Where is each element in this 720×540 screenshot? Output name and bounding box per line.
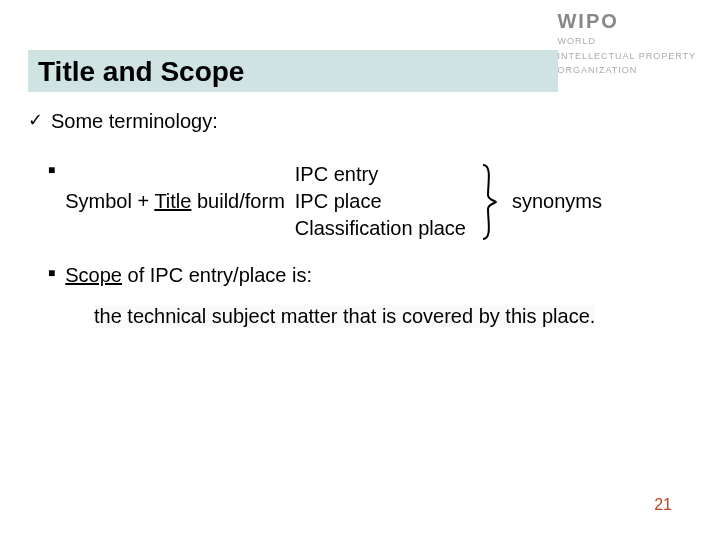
build-item-1: IPC place [295, 188, 466, 215]
square-bullet-icon: ■ [48, 264, 55, 283]
build-list: IPC entry IPC place Classification place [295, 161, 466, 242]
bullet-scope: ■ Scope of IPC entry/place is: the techn… [48, 264, 692, 328]
terminology-row: ✓ Some terminology: [28, 110, 692, 133]
page-number: 21 [654, 496, 672, 514]
scope-mid: of IPC entry/place is: [122, 264, 312, 286]
logo-sub-line1: WORLD [557, 35, 696, 48]
check-icon: ✓ [28, 110, 43, 132]
build-left: Symbol + Title build/form [65, 190, 285, 213]
build-item-2: Classification place [295, 215, 466, 242]
build-grid: Symbol + Title build/form IPC entry IPC … [65, 161, 602, 242]
synonyms-label: synonyms [512, 190, 602, 213]
logo-sub-line3: ORGANIZATION [557, 64, 696, 77]
build-title-word: Title [154, 190, 191, 212]
content: ✓ Some terminology: ■ Symbol + Title bui… [28, 110, 692, 350]
scope-word: Scope [65, 264, 122, 286]
logo-sub-line2: INTELLECTUAL PROPERTY [557, 50, 696, 63]
terminology-label: Some terminology: [51, 110, 218, 133]
scope-definition: the technical subject matter that is cov… [94, 305, 595, 328]
bullet-symbol-title: ■ Symbol + Title build/form IPC entry IP… [48, 161, 692, 242]
square-bullet-icon: ■ [48, 161, 55, 180]
logo-block: WIPO WORLD INTELLECTUAL PROPERTY ORGANIZ… [557, 10, 696, 77]
title-bar: Title and Scope [28, 50, 558, 92]
brace-icon [476, 163, 502, 241]
build-prefix: Symbol + [65, 190, 154, 212]
build-item-0: IPC entry [295, 161, 466, 188]
logo-main: WIPO [557, 10, 696, 33]
slide: WIPO WORLD INTELLECTUAL PROPERTY ORGANIZ… [0, 0, 720, 540]
build-mid: build/form [191, 190, 284, 212]
page-title: Title and Scope [38, 56, 548, 88]
